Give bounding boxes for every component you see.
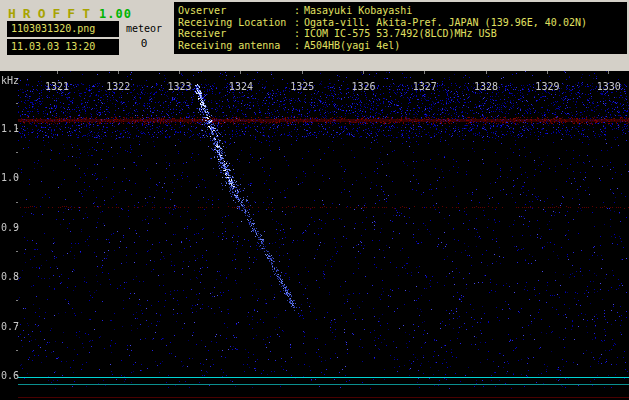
- info-label: Ovserver: [178, 5, 294, 17]
- info-row-location: Receiving Location : Ogata-vill. Akita-P…: [178, 17, 623, 29]
- filename-display: 1103031320.png: [7, 21, 119, 37]
- info-value: Masayuki Kobayashi: [304, 5, 412, 17]
- meteor-counter-label: meteor: [122, 23, 166, 34]
- app-title: HROFFT1.00: [8, 3, 132, 22]
- timestamp-display: 11.03.03 13:20: [7, 39, 119, 55]
- info-row-observer: Ovserver : Masayuki Kobayashi: [178, 5, 623, 17]
- app-version: 1.00: [99, 7, 132, 21]
- info-label: Receiving Location: [178, 17, 294, 29]
- spectrogram-canvas: [0, 71, 629, 400]
- header: HROFFT1.00 1103031320.png 11.03.03 13:20…: [0, 0, 629, 71]
- info-colon: :: [294, 28, 304, 40]
- app-name: HROFFT: [8, 6, 97, 21]
- info-label: Receiver: [178, 28, 294, 40]
- meteor-counter: meteor 0: [122, 23, 166, 50]
- info-colon: :: [294, 40, 304, 52]
- info-value: A504HB(yagi 4el): [304, 40, 400, 52]
- info-colon: :: [294, 17, 304, 29]
- info-row-antenna: Receiving antenna : A504HB(yagi 4el): [178, 40, 623, 52]
- station-info-panel: Ovserver : Masayuki Kobayashi Receiving …: [174, 2, 627, 54]
- meteor-counter-value: 0: [122, 37, 166, 50]
- info-label: Receiving antenna: [178, 40, 294, 52]
- info-value: ICOM IC-575 53.7492(8LCD)MHz USB: [304, 28, 497, 40]
- info-colon: :: [294, 5, 304, 17]
- hrofft-window: { "header": { "app_name": "HROFFT", "app…: [0, 0, 629, 400]
- info-row-receiver: Receiver : ICOM IC-575 53.7492(8LCD)MHz …: [178, 28, 623, 40]
- info-value: Ogata-vill. Akita-Pref. JAPAN (139.96E, …: [304, 17, 587, 29]
